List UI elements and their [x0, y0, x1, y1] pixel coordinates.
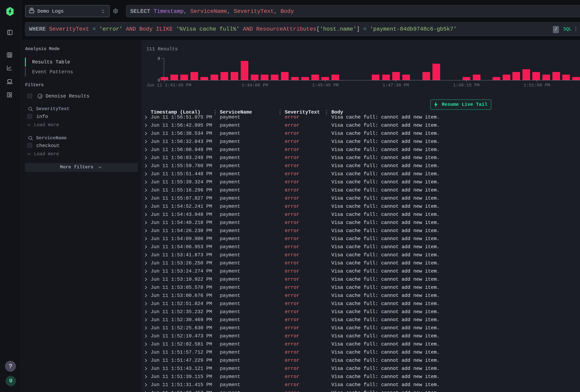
svg-text:1:47:30 PM: 1:47:30 PM	[383, 83, 409, 88]
svg-text:1:44:00 PM: 1:44:00 PM	[242, 83, 268, 88]
svg-text:1:45:45 PM: 1:45:45 PM	[312, 83, 339, 88]
svg-text:1:51:00 PM: 1:51:00 PM	[524, 83, 550, 88]
svg-text:0: 0	[157, 78, 160, 83]
svg-text:1:49:15 PM: 1:49:15 PM	[453, 83, 479, 88]
svg-text:Jun 11 1:41:45 PM: Jun 11 1:41:45 PM	[146, 83, 191, 88]
svg-text:8: 8	[157, 56, 160, 61]
